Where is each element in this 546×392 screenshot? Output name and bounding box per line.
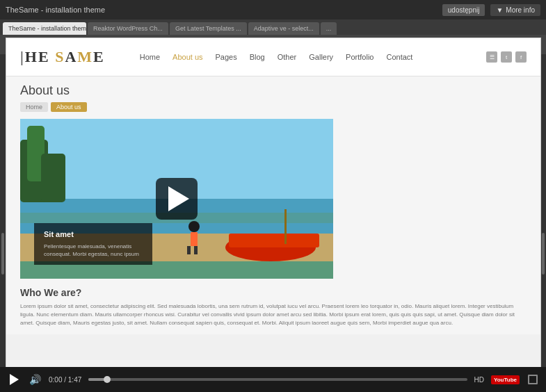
fullscreen-icon: [528, 375, 538, 384]
who-we-are-title: Who We are?: [20, 287, 527, 298]
nav-about[interactable]: About us: [172, 53, 202, 61]
play-button[interactable]: [7, 373, 21, 386]
website-frame: |HE SAME Home About us Pages Blog Other …: [6, 38, 541, 384]
volume-button[interactable]: 🔊: [28, 373, 42, 386]
nav-home[interactable]: Home: [140, 53, 160, 61]
tab-label-5: ...: [326, 25, 332, 32]
progress-dot: [104, 376, 111, 383]
tab-2[interactable]: Reaktor WordPress Ch...: [88, 22, 168, 35]
more-info-button[interactable]: ▼ More info: [490, 4, 540, 16]
breadcrumb: Home About us: [20, 102, 527, 112]
current-time: 0:00: [49, 376, 62, 384]
tab-3[interactable]: Get Latest Templates ...: [170, 22, 247, 35]
svg-rect-9: [187, 246, 191, 254]
udostepnij-button[interactable]: udostępnij: [442, 4, 485, 16]
header-social: ☰ t f: [486, 51, 527, 63]
player-container: |HE SAME Home About us Pages Blog Other …: [0, 35, 546, 392]
top-bar: TheSame - installation theme udostępnij …: [0, 0, 546, 19]
facebook-icon[interactable]: f: [515, 51, 527, 63]
youtube-icon: YouTube: [491, 375, 520, 384]
scrollbar-left[interactable]: [1, 233, 4, 275]
caption-title: Sit amet: [44, 230, 143, 238]
time-display: 0:00 / 1:47: [49, 376, 81, 384]
caption-text: Pellentesque malesuada, venenatis conseq…: [44, 243, 143, 258]
svg-rect-8: [191, 232, 198, 246]
hd-indicator: HD: [474, 376, 484, 384]
nav-other[interactable]: Other: [278, 53, 297, 61]
tab-4[interactable]: Adaptive ve - select...: [248, 22, 319, 35]
site-nav: Home About us Pages Blog Other Gallery P…: [140, 53, 413, 61]
play-button-overlay[interactable]: [156, 178, 198, 220]
total-time: 1:47: [68, 376, 81, 384]
breadcrumb-home[interactable]: Home: [20, 102, 48, 112]
site-header: |HE SAME Home About us Pages Blog Other …: [6, 38, 540, 76]
play-triangle-icon: [168, 186, 189, 211]
side-panel-left: [0, 54, 6, 392]
player-controls: 🔊 0:00 / 1:47 HD YouTube: [0, 367, 546, 392]
more-info-arrow-icon: ▼: [496, 6, 503, 14]
svg-rect-13: [284, 209, 287, 244]
body-text: Lorem ipsum dolor sit amet, consectetur …: [20, 302, 527, 327]
window-title: TheSame - installation theme: [6, 6, 105, 14]
video-thumbnail[interactable]: Sit amet Pellentesque malesuada, venenat…: [20, 119, 333, 279]
more-info-label: More info: [506, 6, 535, 14]
progress-bar[interactable]: [88, 378, 467, 381]
fullscreen-button[interactable]: [527, 373, 539, 386]
svg-point-7: [188, 221, 200, 232]
site-content: About us Home About us: [6, 76, 540, 334]
play-icon: [10, 374, 19, 385]
top-bar-actions: udostępnij ▼ More info: [442, 4, 540, 16]
side-panel-right: [540, 54, 546, 392]
nav-gallery[interactable]: Gallery: [309, 53, 333, 61]
tab-label-2: Reaktor WordPress Ch...: [93, 25, 163, 32]
rss-icon[interactable]: ☰: [486, 51, 497, 63]
page-title: About us: [20, 83, 527, 98]
volume-icon: 🔊: [29, 374, 41, 385]
tab-label-3: Get Latest Templates ...: [175, 25, 241, 32]
nav-pages[interactable]: Pages: [216, 53, 237, 61]
tab-label-4: Adaptive ve - select...: [254, 25, 314, 32]
scrollbar-right[interactable]: [542, 233, 545, 275]
nav-contact[interactable]: Contact: [386, 53, 412, 61]
svg-rect-10: [194, 246, 198, 254]
nav-blog[interactable]: Blog: [250, 53, 265, 61]
breadcrumb-current: About us: [51, 102, 87, 112]
video-caption: Sit amet Pellentesque malesuada, venenat…: [34, 223, 152, 265]
tab-label-1: TheSame - installation theme: [8, 25, 86, 32]
twitter-icon[interactable]: t: [501, 51, 512, 63]
tab-5[interactable]: ...: [321, 22, 337, 35]
browser-tabs: TheSame - installation theme Reaktor Wor…: [0, 19, 546, 35]
nav-portfolio[interactable]: Portfolio: [346, 53, 374, 61]
svg-rect-6: [41, 154, 65, 202]
youtube-button[interactable]: YouTube: [491, 375, 520, 384]
svg-rect-12: [229, 234, 319, 247]
site-logo: |HE SAME: [20, 48, 105, 66]
tab-active[interactable]: TheSame - installation theme: [3, 22, 86, 35]
